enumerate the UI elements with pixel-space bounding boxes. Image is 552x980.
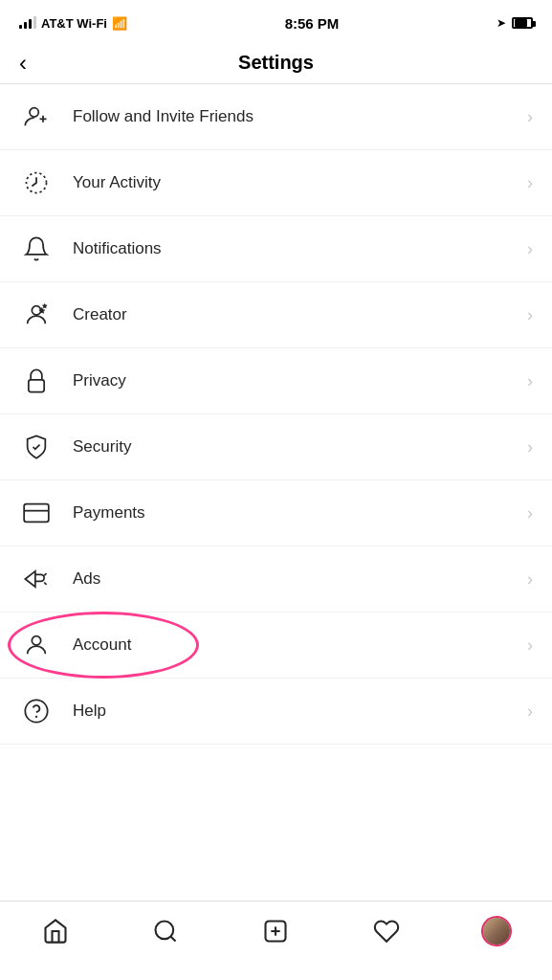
chevron-icon: › [527, 635, 533, 656]
wifi-icon: 📶 [112, 16, 127, 31]
chevron-icon: › [527, 569, 533, 590]
item-left-privacy: Privacy [19, 364, 126, 398]
svg-marker-9 [25, 571, 34, 587]
settings-item-privacy[interactable]: Privacy › [0, 348, 552, 414]
chevron-icon: › [527, 702, 533, 722]
bell-icon [19, 232, 54, 266]
carrier-label: AT&T Wi-Fi [41, 16, 107, 31]
search-icon [152, 918, 179, 945]
shield-icon [19, 430, 54, 464]
svg-marker-5 [42, 303, 48, 309]
svg-rect-7 [24, 504, 49, 523]
chevron-icon: › [527, 305, 533, 325]
status-bar: AT&T Wi-Fi 📶 8:56 PM ➤ [0, 0, 552, 42]
settings-item-security[interactable]: Security › [0, 414, 552, 480]
chevron-icon: › [527, 173, 533, 193]
profile-avatar [481, 916, 512, 947]
header: ‹ Settings [0, 42, 552, 84]
nav-search[interactable] [142, 910, 189, 952]
svg-rect-6 [29, 380, 44, 392]
ads-icon [19, 562, 54, 596]
nav-heart[interactable] [363, 910, 410, 952]
item-left-follow: Follow and Invite Friends [19, 100, 254, 134]
help-label: Help [73, 702, 106, 721]
add-icon [262, 918, 289, 945]
heart-icon [373, 918, 400, 945]
person-icon [19, 628, 54, 662]
chevron-icon: › [527, 437, 533, 457]
battery-icon [512, 17, 533, 29]
settings-item-help[interactable]: Help › [0, 679, 552, 745]
avatar-image [483, 918, 510, 945]
settings-item-your-activity[interactable]: Your Activity › [0, 150, 552, 216]
card-icon [19, 496, 54, 530]
creator-label: Creator [73, 305, 127, 324]
nav-add[interactable] [252, 910, 299, 952]
payments-label: Payments [73, 503, 145, 523]
carrier-info: AT&T Wi-Fi 📶 [19, 16, 127, 31]
ads-label: Ads [73, 569, 100, 589]
item-left-activity: Your Activity [19, 166, 161, 200]
bottom-nav [0, 901, 552, 980]
chevron-icon: › [527, 239, 533, 259]
settings-item-payments[interactable]: Payments › [0, 480, 552, 546]
help-icon [19, 694, 54, 728]
account-label: Account [73, 635, 131, 655]
settings-item-ads[interactable]: Ads › [0, 546, 552, 612]
svg-line-11 [44, 583, 46, 585]
settings-item-account[interactable]: Account › [0, 612, 552, 679]
your-activity-label: Your Activity [73, 173, 161, 192]
home-icon [42, 918, 69, 945]
item-left-help: Help [19, 694, 106, 728]
nav-profile[interactable] [473, 910, 520, 952]
status-indicators: ➤ [497, 16, 533, 30]
chevron-icon: › [527, 503, 533, 523]
signal-icon [19, 17, 36, 29]
activity-icon [19, 166, 54, 200]
page-title: Settings [238, 52, 314, 74]
lock-icon [19, 364, 54, 398]
settings-item-notifications[interactable]: Notifications › [0, 216, 552, 282]
item-left-payments: Payments [19, 496, 145, 530]
chevron-icon: › [527, 371, 533, 391]
chevron-icon: › [527, 107, 533, 127]
nav-home[interactable] [32, 910, 79, 952]
back-button[interactable]: ‹ [19, 52, 27, 75]
svg-line-10 [44, 573, 46, 575]
svg-point-13 [25, 700, 47, 722]
location-icon: ➤ [497, 16, 506, 30]
svg-line-16 [171, 936, 176, 941]
privacy-label: Privacy [73, 371, 126, 390]
settings-list: Follow and Invite Friends › Your Activit… [0, 84, 552, 745]
security-label: Security [73, 437, 131, 457]
item-left-notifications: Notifications [19, 232, 162, 266]
notifications-label: Notifications [73, 239, 162, 258]
follow-invite-label: Follow and Invite Friends [73, 107, 254, 126]
settings-item-creator[interactable]: Creator › [0, 282, 552, 348]
creator-icon [19, 298, 54, 332]
svg-point-0 [30, 108, 38, 117]
settings-item-follow-invite[interactable]: Follow and Invite Friends › [0, 84, 552, 150]
svg-point-15 [156, 922, 174, 940]
item-left-security: Security [19, 430, 131, 464]
item-left-ads: Ads [19, 562, 100, 596]
item-left-account: Account [19, 628, 131, 662]
svg-point-12 [32, 636, 40, 645]
person-add-icon [19, 100, 54, 134]
item-left-creator: Creator [19, 298, 127, 332]
status-time: 8:56 PM [285, 15, 340, 32]
